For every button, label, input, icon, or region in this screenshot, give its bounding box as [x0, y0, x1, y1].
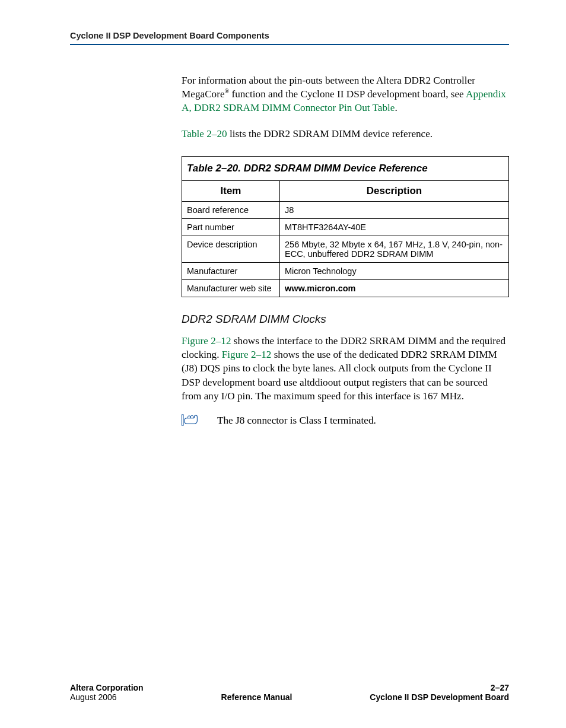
footer-manual-name: Cyclone II DSP Development Board: [370, 692, 509, 702]
table-row: Device description 256 Mbyte, 32 Mbyte x…: [182, 236, 509, 262]
footer-date: August 2006: [70, 692, 144, 702]
figure-ref-link-1[interactable]: Figure 2–12: [182, 335, 231, 346]
footer-company: Altera Corporation: [70, 683, 144, 692]
cell-desc: Micron Technology: [280, 262, 509, 279]
cell-item: Device description: [182, 236, 280, 262]
cell-desc: 256 Mbyte, 32 Mbyte x 64, 167 MHz, 1.8 V…: [280, 236, 509, 262]
registered-mark: ®: [225, 88, 230, 94]
cell-desc: MT8HTF3264AY-40E: [280, 218, 509, 236]
svg-rect-0: [182, 415, 183, 425]
cell-item: Manufacturer: [182, 262, 280, 279]
intro-paragraph-2: Table 2–20 lists the DDR2 SDRAM DIMM dev…: [182, 127, 509, 141]
th-item: Item: [182, 180, 280, 201]
footer-page-number: 2–27: [370, 683, 509, 692]
footer-right: 2–27 Cyclone II DSP Development Board: [370, 683, 509, 702]
running-header: Cyclone II DSP Development Board Compone…: [70, 31, 509, 45]
page-footer: Altera Corporation August 2006 Reference…: [70, 671, 509, 702]
th-description: Description: [280, 180, 509, 201]
body-column: For information about the pin-outs betwe…: [70, 74, 509, 671]
hand-pointer-icon: [182, 414, 201, 427]
clocks-paragraph: Figure 2–12 shows the interface to the D…: [182, 334, 509, 403]
table-caption: Table 2–20. DDR2 SDRAM DIMM Device Refer…: [182, 156, 509, 180]
cell-item: Board reference: [182, 201, 280, 218]
subsection-heading: DDR2 SDRAM DIMM Clocks: [182, 313, 509, 326]
cell-desc: www.micron.com: [280, 279, 509, 297]
footer-center: Reference Manual: [144, 692, 370, 702]
intro2-rest: lists the DDR2 SDRAM DIMM device referen…: [227, 128, 433, 139]
intro1-text-c: .: [395, 102, 397, 113]
header-rule: [70, 44, 509, 45]
table-header-row: Item Description: [182, 180, 509, 201]
running-header-text: Cyclone II DSP Development Board Compone…: [70, 31, 509, 40]
cell-desc: J8: [280, 201, 509, 218]
table-row: Board reference J8: [182, 201, 509, 218]
cell-item: Manufacturer web site: [182, 279, 280, 297]
table-row: Manufacturer Micron Technology: [182, 262, 509, 279]
device-reference-table: Table 2–20. DDR2 SDRAM DIMM Device Refer…: [182, 156, 509, 297]
table-row: Manufacturer web site www.micron.com: [182, 279, 509, 297]
intro1-text-b: function and the Cyclone II DSP developm…: [229, 88, 466, 100]
footer-left: Altera Corporation August 2006: [70, 683, 144, 702]
table-ref-link[interactable]: Table 2–20: [182, 128, 227, 139]
table-row: Part number MT8HTF3264AY-40E: [182, 218, 509, 236]
cell-item: Part number: [182, 218, 280, 236]
intro-paragraph-1: For information about the pin-outs betwe…: [182, 74, 509, 115]
note-text: The J8 connector is Class I terminated.: [217, 414, 376, 427]
figure-ref-link-2[interactable]: Figure 2–12: [222, 349, 272, 360]
note-row: The J8 connector is Class I terminated.: [182, 414, 509, 427]
